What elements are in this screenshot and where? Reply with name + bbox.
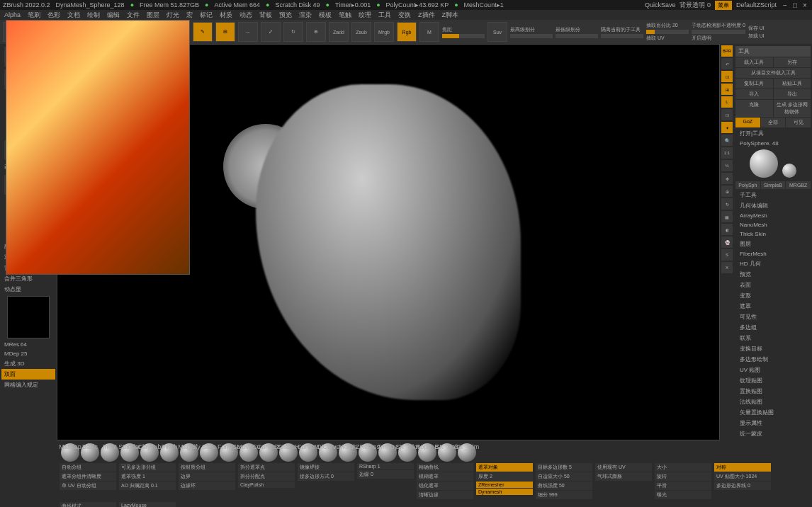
material-ball[interactable]: ClayTub (140, 443, 159, 462)
menu-item[interactable]: Z脚本 (442, 11, 459, 20)
material-ball[interactable]: MoveCu (239, 443, 258, 462)
accordion-item[interactable]: FiberMesh (735, 249, 811, 258)
ghost-icon[interactable]: 👻 (721, 237, 733, 248)
accordion-item[interactable]: 置换贴图 (735, 386, 811, 397)
menu-item[interactable]: 动态 (239, 11, 252, 20)
accordion-item[interactable]: 图层 (735, 239, 811, 249)
material-ball[interactable]: TrimDy (378, 443, 397, 462)
accordion-item[interactable]: 多边组 (735, 322, 811, 333)
accordion-item[interactable]: 联系 (735, 333, 811, 343)
accordion-item[interactable]: 矢量置换贴图 (735, 407, 811, 418)
material-ball[interactable]: QiCurve (319, 443, 337, 462)
undo-icon[interactable]: ↶ (721, 58, 733, 69)
menu-item[interactable]: 模板 (319, 11, 332, 20)
zsub-btn[interactable]: Zsub (351, 22, 371, 42)
material-ball[interactable]: Slide (200, 443, 218, 462)
menu-item[interactable]: 标记 (200, 11, 213, 20)
aahalf-icon[interactable]: ½ (721, 160, 733, 171)
polyf-icon[interactable]: ▦ (721, 211, 733, 222)
move-icon[interactable]: ↔ (238, 22, 258, 42)
accordion-item[interactable]: 变换目标 (735, 343, 811, 354)
material-ball[interactable]: Basic (81, 443, 99, 462)
rgb-btn[interactable]: Rgb (397, 22, 417, 42)
mrgb-btn[interactable]: Mrgb (374, 22, 394, 42)
accordion-item[interactable]: 表面 (735, 280, 811, 290)
max-icon[interactable]: □ (791, 1, 799, 9)
accordion-item[interactable]: 显示属性 (735, 418, 811, 428)
accordion-item[interactable]: 纹理贴图 (735, 375, 811, 386)
local-icon[interactable]: L (721, 96, 733, 108)
accordion-item[interactable]: 可见性 (735, 312, 811, 322)
min-icon[interactable]: − (781, 1, 789, 9)
menu-item[interactable]: 笔刷 (28, 11, 40, 20)
zoom-icon[interactable]: 🔍 (721, 135, 733, 146)
m-btn[interactable]: M (419, 22, 439, 42)
menu-item[interactable]: 笔触 (339, 11, 351, 20)
accordion-item[interactable]: HD 几何 (735, 258, 811, 269)
accordion-item[interactable]: 遮罩 (735, 301, 811, 312)
edit-mode-icon[interactable]: ✎ (193, 22, 213, 42)
material-ball[interactable]: Magnify (180, 443, 198, 462)
material-ball[interactable]: SK_Trim (458, 443, 476, 462)
close-icon[interactable]: × (801, 1, 809, 9)
zremesher-btn[interactable]: ZRemesher (476, 482, 533, 488)
menu-item[interactable]: 变换 (398, 11, 411, 20)
actual-icon[interactable]: 1:1 (721, 147, 733, 159)
material-ball[interactable]: MatCap (61, 443, 79, 462)
bpr-icon[interactable]: BPR (721, 45, 733, 57)
accordion-item[interactable]: 多边形绘制 (735, 354, 811, 365)
floor-icon[interactable]: ⊞ (721, 84, 733, 95)
draw-mode-icon[interactable]: ⊞ (215, 22, 235, 42)
xyz-icon[interactable]: ✦ (721, 122, 733, 133)
accordion-item[interactable]: 初始化 (735, 439, 811, 440)
alpha-swatch[interactable] (7, 296, 50, 338)
menu-item[interactable]: 渲染 (299, 11, 312, 20)
zoom2-icon[interactable]: ⊕ (721, 186, 733, 197)
suv-btn[interactable]: Suv (487, 22, 507, 42)
zadd-btn[interactable]: Zadd (329, 22, 349, 42)
menu-item[interactable]: 灯光 (167, 11, 179, 20)
menu-item[interactable]: 编辑 (107, 11, 120, 20)
accordion-item[interactable]: 几何体编辑 (735, 200, 811, 211)
accordion-item[interactable]: UV 贴图 (735, 365, 811, 375)
material-ball[interactable]: SnakeH (279, 443, 298, 462)
material-ball[interactable]: Morph (339, 443, 357, 462)
material-ball[interactable]: Standar (120, 443, 139, 462)
accordion-item[interactable]: NanoMesh (735, 220, 811, 229)
accordion-item[interactable]: 变形 (735, 290, 811, 301)
accordion-item[interactable]: 统一蒙皮 (735, 428, 811, 439)
material-ball[interactable]: ZRemes (359, 443, 377, 462)
tool-thumb[interactable] (782, 164, 796, 178)
xpose-icon[interactable]: X (721, 262, 733, 273)
accordion-item[interactable]: 法线贴图 (735, 397, 811, 407)
material-ball[interactable]: Pinch (160, 443, 179, 462)
menu-item[interactable]: 纹理 (359, 11, 371, 20)
reference-image[interactable] (6, 20, 190, 275)
accordion-item[interactable]: Thick Skin (735, 229, 811, 239)
rotate-icon[interactable]: ↻ (283, 22, 303, 42)
menu-item[interactable]: 文件 (127, 11, 140, 20)
menu-tag[interactable]: 菜单 (715, 1, 732, 10)
accordion-item[interactable]: 预览 (735, 269, 811, 280)
menu-item[interactable]: 图层 (147, 11, 159, 20)
gizmo-icon[interactable]: ⊕ (306, 22, 326, 42)
rot-icon[interactable]: ↻ (721, 198, 733, 210)
material-ball[interactable]: Rope_B (418, 443, 436, 462)
menu-item[interactable]: 宏 (186, 11, 193, 20)
material-ball[interactable]: SK_Clot (398, 443, 417, 462)
menu-item[interactable]: Z插件 (418, 11, 435, 20)
material-ball[interactable]: SK_Hair (438, 443, 456, 462)
menu-item[interactable]: Alpha (4, 11, 21, 18)
persp-icon[interactable]: ⊡ (721, 71, 733, 82)
menu-item[interactable]: 绘制 (87, 11, 100, 20)
menu-item[interactable]: 预览 (279, 11, 292, 20)
transp-icon[interactable]: ◐ (721, 224, 733, 235)
dynamesh-btn[interactable]: Dynamesh (476, 489, 533, 495)
material-ball[interactable]: FormSo (220, 443, 238, 462)
frame-icon[interactable]: ⊡ (721, 109, 733, 120)
material-ball[interactable]: CurveM (299, 443, 317, 462)
move-icon[interactable]: ✥ (721, 173, 733, 184)
menu-item[interactable]: 背板 (259, 11, 272, 20)
scale-icon[interactable]: ⤢ (261, 22, 281, 42)
menu-item[interactable]: 文档 (67, 11, 80, 20)
